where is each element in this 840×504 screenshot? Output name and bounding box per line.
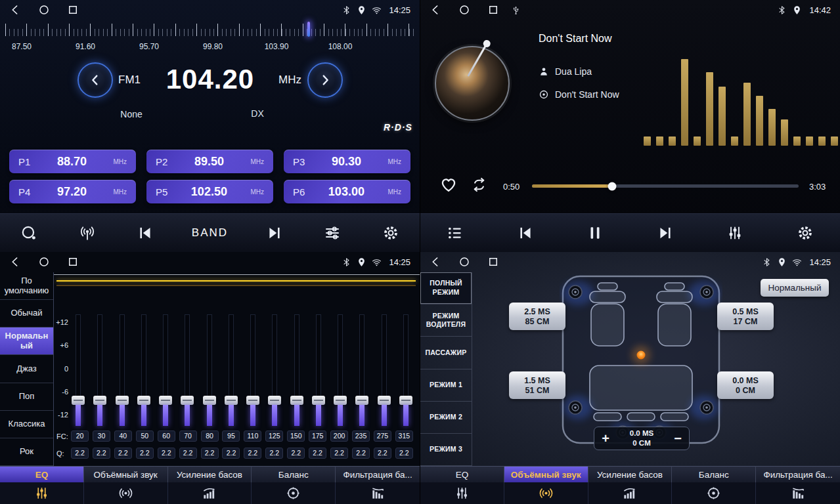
increase-delay-button[interactable]: + [594, 427, 617, 450]
next-station-button[interactable] [263, 221, 286, 245]
broadcast-button[interactable] [76, 221, 99, 245]
eq-band-slider[interactable] [158, 314, 173, 426]
listening-mode-item[interactable]: РЕЖИМ 1 [420, 369, 472, 402]
preset-button[interactable]: P1 88.70 MHz [9, 150, 136, 173]
slider-handle[interactable] [378, 396, 391, 405]
tab-balance[interactable]: Баланс [252, 466, 336, 482]
decrease-delay-button[interactable]: − [667, 427, 689, 450]
eq-preset-item[interactable]: Обычай [0, 300, 53, 327]
recents-button[interactable] [487, 4, 499, 16]
home-button[interactable] [38, 256, 50, 268]
recents-button[interactable] [67, 4, 79, 16]
effects-button[interactable] [321, 221, 344, 245]
preset-button[interactable]: P5 102.50 MHz [146, 180, 273, 203]
eq-preset-item[interactable]: Рок [0, 438, 53, 466]
filter-icon[interactable] [756, 482, 840, 504]
pause-button[interactable] [583, 221, 607, 245]
surround-sound-icon[interactable] [84, 482, 168, 504]
eq-band-slider[interactable] [399, 314, 413, 426]
slider-handle[interactable] [312, 396, 325, 405]
progress-bar[interactable] [532, 184, 799, 188]
eq-band-slider[interactable] [377, 314, 391, 426]
bass-boost-icon[interactable] [588, 482, 673, 504]
frequency-ruler[interactable]: 87.5091.6095.7099.80103.90108.00 [0, 21, 420, 55]
eq-sliders-icon[interactable] [0, 482, 84, 504]
recents-button[interactable] [487, 256, 499, 268]
playlist-button[interactable] [443, 221, 467, 245]
slider-handle[interactable] [355, 396, 368, 405]
tab-eq[interactable]: EQ [420, 466, 504, 482]
delay-rear-right-button[interactable]: 0.0 MS 0 CM [717, 371, 774, 399]
prev-station-button[interactable] [133, 221, 157, 245]
listening-mode-item[interactable]: РЕЖИМ 2 [420, 402, 472, 434]
tab-bass-boost[interactable]: Усиление басов [168, 466, 252, 482]
slider-handle[interactable] [246, 396, 259, 405]
tune-down-button[interactable] [77, 62, 113, 98]
slider-handle[interactable] [399, 396, 412, 405]
eq-preset-item[interactable]: Нормальный [0, 327, 53, 355]
listening-mode-item[interactable]: РЕЖИМ ВОДИТЕЛЯ [420, 304, 472, 337]
eq-sliders-icon[interactable] [420, 482, 504, 504]
slider-handle[interactable] [72, 396, 85, 405]
settings-button[interactable] [793, 221, 817, 245]
favorite-button[interactable] [439, 175, 458, 194]
slider-handle[interactable] [290, 396, 303, 405]
slider-handle[interactable] [137, 396, 150, 405]
tab-surround-sound[interactable]: Объёмный звук [504, 466, 588, 482]
equalizer-button[interactable] [723, 221, 747, 245]
recents-button[interactable] [67, 256, 79, 268]
delay-front-left-button[interactable]: 2.5 MS 85 CM [509, 303, 565, 330]
tab-eq[interactable]: EQ [0, 466, 84, 482]
eq-preset-item[interactable]: По умолчанию [0, 272, 53, 300]
slider-handle[interactable] [225, 396, 238, 405]
slider-handle[interactable] [93, 396, 106, 405]
slider-handle[interactable] [334, 396, 347, 405]
eq-band-slider[interactable] [224, 314, 238, 426]
tab-balance[interactable]: Баланс [672, 466, 756, 482]
delay-rear-left-button[interactable]: 1.5 MS 51 CM [509, 371, 565, 399]
eq-band-slider[interactable] [137, 314, 151, 426]
eq-preset-item[interactable]: Джаз [0, 355, 53, 383]
listening-mode-item[interactable]: РЕЖИМ 3 [420, 434, 472, 466]
eq-band-slider[interactable] [115, 314, 129, 426]
preset-button[interactable]: P2 89.50 MHz [146, 150, 273, 173]
preset-button[interactable]: P4 97.20 MHz [9, 180, 136, 203]
listening-mode-item[interactable]: ПАССАЖИР [420, 337, 472, 369]
progress-knob[interactable] [608, 182, 616, 190]
slider-handle[interactable] [203, 396, 216, 405]
delay-front-right-button[interactable]: 0.5 MS 17 CM [717, 303, 774, 330]
next-track-button[interactable] [653, 221, 677, 245]
preset-button[interactable]: P6 103.00 MHz [284, 180, 410, 203]
back-button[interactable] [9, 4, 21, 16]
eq-band-slider[interactable] [333, 314, 347, 426]
slider-handle[interactable] [116, 396, 129, 405]
surround-sound-icon[interactable] [504, 482, 588, 504]
preset-button[interactable]: P3 90.30 MHz [284, 150, 410, 173]
balance-icon[interactable] [672, 482, 756, 504]
profile-button[interactable]: Нормальный [761, 279, 829, 297]
back-button[interactable] [430, 256, 441, 268]
eq-band-slider[interactable] [355, 314, 369, 426]
scan-button[interactable] [17, 221, 41, 245]
bass-boost-icon[interactable] [168, 482, 252, 504]
band-button[interactable]: BAND [192, 221, 228, 245]
back-button[interactable] [430, 4, 441, 16]
back-button[interactable] [9, 256, 21, 268]
home-button[interactable] [458, 4, 470, 16]
eq-band-slider[interactable] [290, 314, 304, 426]
tab-bass-boost[interactable]: Усиление басов [588, 466, 673, 482]
eq-band-slider[interactable] [311, 314, 326, 426]
prev-track-button[interactable] [514, 221, 537, 245]
slider-handle[interactable] [181, 396, 194, 405]
repeat-button[interactable] [470, 176, 488, 194]
listening-mode-item[interactable]: ПОЛНЫЙ РЕЖИМ [420, 272, 472, 304]
slider-handle[interactable] [159, 396, 172, 405]
eq-band-slider[interactable] [71, 314, 85, 426]
slider-handle[interactable] [268, 396, 281, 405]
eq-band-slider[interactable] [93, 314, 107, 426]
tune-up-button[interactable] [307, 62, 343, 98]
eq-band-slider[interactable] [202, 314, 217, 426]
home-button[interactable] [458, 256, 470, 268]
balance-icon[interactable] [252, 482, 336, 504]
tab-filter[interactable]: Фильтрация ба... [336, 466, 420, 482]
